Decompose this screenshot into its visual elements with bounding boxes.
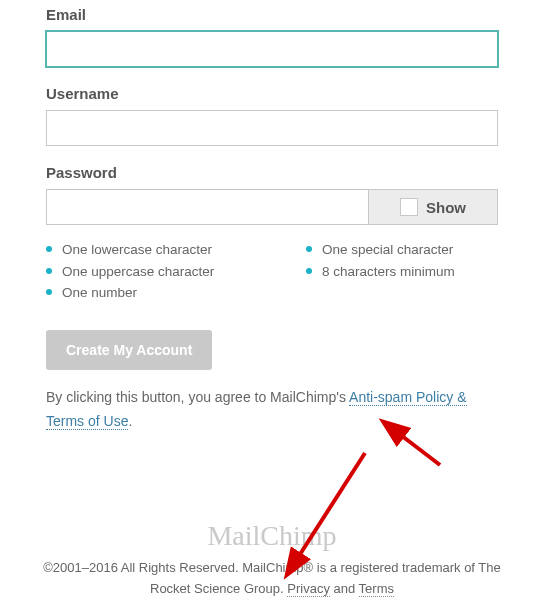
footer: MailChimp ©2001–2016 All Rights Reserved… <box>0 520 544 600</box>
email-label: Email <box>46 6 498 23</box>
password-label: Password <box>46 164 498 181</box>
req-item: One number <box>46 282 306 304</box>
consent-prefix: By clicking this button, you agree to Ma… <box>46 389 349 405</box>
show-password-button[interactable]: Show <box>368 189 498 225</box>
terms-link[interactable]: Terms <box>359 581 394 597</box>
req-item: One lowercase character <box>46 239 306 261</box>
email-input[interactable] <box>46 31 498 67</box>
copyright-and: and <box>330 581 359 596</box>
create-account-button[interactable]: Create My Account <box>46 330 212 370</box>
email-field-group: Email <box>46 6 498 67</box>
password-requirements: One lowercase character One uppercase ch… <box>46 239 498 304</box>
show-password-checkbox[interactable] <box>400 198 418 216</box>
show-password-label: Show <box>426 199 466 216</box>
consent-text: By clicking this button, you agree to Ma… <box>46 386 498 434</box>
privacy-link[interactable]: Privacy <box>287 581 330 597</box>
password-field-group: Password Show <box>46 164 498 225</box>
req-item: One special character <box>306 239 455 261</box>
consent-suffix: . <box>128 413 132 429</box>
req-item: One uppercase character <box>46 261 306 283</box>
password-input[interactable] <box>46 189 368 225</box>
username-input[interactable] <box>46 110 498 146</box>
brand-logo: MailChimp <box>0 520 544 552</box>
req-item: 8 characters minimum <box>306 261 455 283</box>
copyright-text: ©2001–2016 All Rights Reserved. MailChim… <box>0 558 544 600</box>
username-label: Username <box>46 85 498 102</box>
copyright-prefix: ©2001–2016 All Rights Reserved. MailChim… <box>43 560 501 596</box>
username-field-group: Username <box>46 85 498 146</box>
